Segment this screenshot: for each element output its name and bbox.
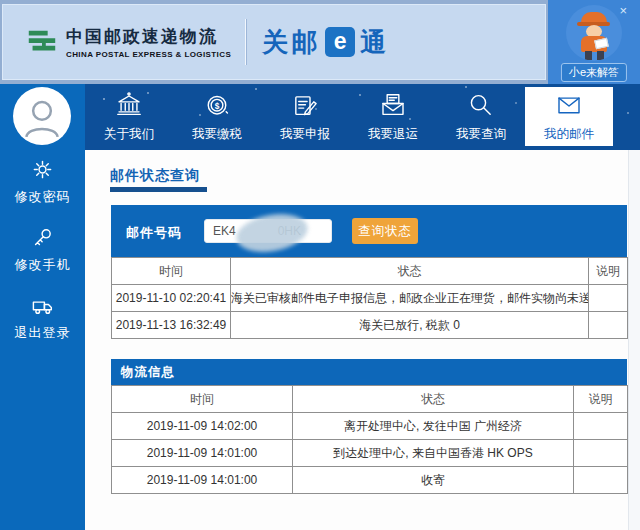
table-cell: 海关已审核邮件电子申报信息，邮政企业正在理货，邮件实物尚未送交海关 [231, 285, 589, 312]
page-title: 邮件状态查询 [110, 167, 200, 185]
sidebar-menu: 修改密码修改手机退出登录 [0, 158, 85, 362]
truck-icon [31, 294, 54, 317]
table-cell: 2019-11-09 14:02:00 [112, 413, 293, 440]
nav-item-label: 我的邮件 [544, 126, 594, 143]
key-icon [31, 226, 54, 249]
return-mail-icon [378, 91, 408, 121]
app-window: 中国邮政速递物流 CHINA POSTAL EXPRESS & LOGISTIC… [0, 0, 640, 530]
table-cell: 2019-11-09 14:01:00 [112, 467, 293, 494]
sidebar-item-label: 修改密码 [15, 188, 71, 206]
logo-en: CHINA POSTAL EXPRESS & LOGISTICS [66, 50, 231, 59]
table-cell [574, 413, 628, 440]
header-panel: 中国邮政速递物流 CHINA POSTAL EXPRESS & LOGISTIC… [2, 4, 546, 80]
mascot-avatar[interactable] [566, 5, 622, 61]
logistics-table: 时间状态说明2019-11-09 14:02:00离开处理中心, 发往中国 广州… [111, 385, 628, 494]
main-content: 邮件状态查询 邮件号码 EK4 0HK 查询状态 时间状态说明2019-11-1… [85, 150, 640, 530]
nav-item-search[interactable]: 我要查询 [437, 84, 525, 150]
mail-icon [554, 91, 584, 121]
column-header: 时间 [112, 258, 231, 285]
sidebar-item-label: 修改手机 [15, 256, 71, 274]
coin-icon [202, 91, 232, 121]
table-cell [589, 285, 628, 312]
table-cell [589, 312, 628, 339]
column-header: 时间 [112, 386, 293, 413]
nav-item-return-mail[interactable]: 我要退运 [349, 84, 437, 150]
table-cell [574, 467, 628, 494]
avatar[interactable] [13, 87, 71, 145]
mail-query-panel: 邮件号码 EK4 0HK 查询状态 [111, 205, 627, 257]
table-row: 2019-11-09 14:01:00到达处理中心, 来自中国香港 HK OPS [112, 440, 628, 467]
logo-cn: 中国邮政速递物流 [66, 25, 231, 48]
mail-number-label: 邮件号码 [126, 224, 182, 242]
title-underline [110, 187, 207, 192]
nav-item-mail[interactable]: 我的邮件 [525, 87, 613, 146]
table-row: 2019-11-09 14:02:00离开处理中心, 发往中国 广州经济 [112, 413, 628, 440]
table-row: 2019-11-10 02:20:41海关已审核邮件电子申报信息，邮政企业正在理… [112, 285, 628, 312]
sidebar-item-key[interactable]: 修改手机 [15, 226, 71, 274]
brand-part1: 关邮 [262, 25, 320, 60]
postal-emblem-icon [25, 25, 59, 59]
table-cell: 2019-11-13 16:32:49 [112, 312, 231, 339]
privacy-blur-overlay [233, 209, 310, 257]
logo-text: 中国邮政速递物流 CHINA POSTAL EXPRESS & LOGISTIC… [66, 25, 231, 59]
e-badge-icon: e [325, 27, 355, 57]
table-cell: 收寄 [293, 467, 574, 494]
table-row: 2019-11-13 16:32:49海关已放行, 税款 0 [112, 312, 628, 339]
nav-item-label: 关于我们 [104, 126, 154, 143]
table-cell: 离开处理中心, 发往中国 广州经济 [293, 413, 574, 440]
scrollbar-track[interactable] [628, 150, 640, 530]
customs-status-table: 时间状态说明2019-11-10 02:20:41海关已审核邮件电子申报信息，邮… [111, 257, 628, 339]
logistics-section-header: 物流信息 [111, 359, 627, 385]
brand-guanyou-etong: 关邮 e 通 [262, 25, 389, 60]
gear-icon [31, 158, 54, 181]
bank-icon [114, 91, 144, 121]
sidebar-item-truck[interactable]: 退出登录 [15, 294, 71, 342]
table-cell: 2019-11-09 14:01:00 [112, 440, 293, 467]
nav-item-label: 我要缴税 [192, 126, 242, 143]
sidebar-item-gear[interactable]: 修改密码 [15, 158, 71, 206]
nav-item-label: 我要退运 [368, 126, 418, 143]
nav-item-declare[interactable]: 我要申报 [261, 84, 349, 150]
assistant-label[interactable]: 小e来解答 [561, 63, 627, 82]
column-header: 状态 [293, 386, 574, 413]
sidebar: 修改密码修改手机退出登录 [0, 84, 85, 530]
table-cell [574, 440, 628, 467]
table-cell: 2019-11-10 02:20:41 [112, 285, 231, 312]
nav-item-bank[interactable]: 关于我们 [85, 84, 173, 150]
table-cell: 到达处理中心, 来自中国香港 HK OPS [293, 440, 574, 467]
header-bar: 中国邮政速递物流 CHINA POSTAL EXPRESS & LOGISTIC… [0, 0, 640, 84]
nav-item-label: 我要申报 [280, 126, 330, 143]
declare-icon [290, 91, 320, 121]
table-cell: 海关已放行, 税款 0 [231, 312, 589, 339]
close-icon[interactable]: × [619, 3, 627, 18]
assistant-panel: × 小e来解答 [548, 0, 640, 88]
column-header: 说明 [589, 258, 628, 285]
nav-item-coin[interactable]: 我要缴税 [173, 84, 261, 150]
header-divider [245, 19, 246, 65]
column-header: 说明 [574, 386, 628, 413]
table-row: 2019-11-09 14:01:00收寄 [112, 467, 628, 494]
search-icon [466, 91, 496, 121]
mail-number-prefix: EK4 [213, 224, 236, 238]
top-navigation: 关于我们我要缴税我要申报我要退运我要查询我的邮件 [85, 84, 640, 150]
query-status-button[interactable]: 查询状态 [352, 218, 418, 244]
column-header: 状态 [231, 258, 589, 285]
brand-part2: 通 [360, 25, 389, 60]
nav-item-label: 我要查询 [456, 126, 506, 143]
sidebar-item-label: 退出登录 [15, 324, 71, 342]
china-post-logo: 中国邮政速递物流 CHINA POSTAL EXPRESS & LOGISTIC… [25, 25, 231, 59]
